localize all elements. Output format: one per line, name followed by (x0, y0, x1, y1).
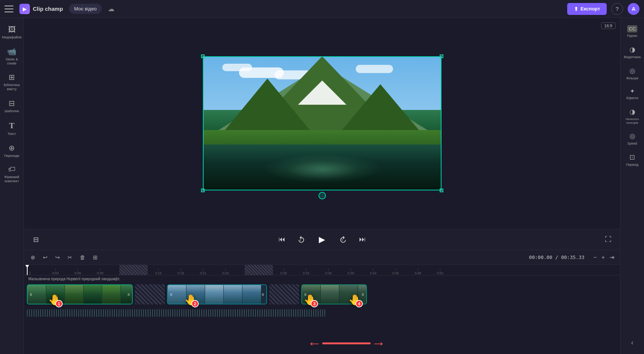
time-display: 00:00.00 / 00:35.33 (529, 255, 585, 260)
rotate-handle[interactable] (318, 192, 326, 199)
magnet-button[interactable]: ⊕ (28, 253, 38, 262)
color-grade-icon: ◑ (629, 108, 635, 116)
sidebar-item-record[interactable]: 📹 Запис & create (1, 44, 22, 69)
right-sidebar-filters-label: Фільтри (626, 76, 638, 80)
handle-bottom-right[interactable] (440, 189, 443, 192)
right-sidebar-item-filters[interactable]: ◎ Фільтри (622, 64, 643, 83)
app-title: Clip champ (33, 6, 63, 12)
aspect-ratio-badge[interactable]: 16:9 (601, 22, 616, 29)
sidebar-item-library[interactable]: ⊞ Бібліотека вмісту (1, 70, 22, 94)
clip-2[interactable]: ⏸ ⏸ (167, 284, 267, 304)
transitions-icon: ⊕ (9, 143, 15, 152)
export-button[interactable]: ⬆ Експорт (567, 3, 607, 15)
clip-1-end-marker: ⏸ (127, 293, 131, 297)
hamburger-menu[interactable] (4, 4, 13, 13)
sidebar-item-library-label: Бібліотека вмісту (3, 83, 21, 91)
subtitles-toggle-button[interactable]: ⊟ (30, 234, 42, 246)
effects-icon: ✦ (630, 88, 635, 95)
time-separator: / (555, 255, 561, 260)
video-preview (203, 56, 442, 190)
right-sidebar-item-color-balance[interactable]: ◑ Видатнана (622, 42, 643, 62)
clip-1[interactable]: ⏸ ⏸ (27, 284, 133, 304)
handle-top-left[interactable] (201, 54, 205, 58)
fit-zoom-button[interactable]: ⇥ (608, 252, 616, 262)
right-sidebar-item-effects[interactable]: ✦ Ефекти (622, 85, 643, 103)
add-clip-button[interactable]: ⊞ (91, 253, 100, 262)
sidebar-item-templates-label: Шаблони (4, 109, 19, 113)
right-sidebar-item-speed[interactable]: ◎ Speed (622, 129, 643, 149)
clip-1-start-marker: ⏸ (29, 293, 33, 297)
logo-icon: ▶ (19, 4, 30, 14)
sidebar-item-record-label: Запис & create (3, 57, 21, 66)
transition-icon: ⊡ (629, 153, 635, 161)
right-sidebar-color-balance-label: Видатнана (624, 55, 641, 59)
avatar[interactable]: A (628, 3, 640, 15)
undo-button[interactable]: ↩ (41, 253, 50, 262)
rewind-5s-button[interactable]: 5 (295, 234, 307, 246)
text-icon: T (9, 121, 15, 130)
clip-label: Мальовнича природа Норвегії природний ла… (24, 275, 173, 282)
audio-waveform (27, 309, 325, 317)
right-sidebar-item-subtitles[interactable]: CC Підпис (622, 22, 643, 41)
right-sidebar-speed-label: Speed (627, 142, 637, 146)
zoom-in-button[interactable]: + (600, 252, 606, 262)
timeline-area: ⊕ ↩ ↪ ✂ 🗑 ⊞ 00:00.00 / 00:35.33 − + ⇥ (24, 250, 620, 354)
templates-icon: ⊟ (9, 99, 15, 108)
sidebar-item-media-label: Медіафайли (2, 35, 21, 39)
right-sidebar-item-color-grade[interactable]: ◑ Натисніть кольорів (622, 105, 643, 127)
svg-text:5: 5 (342, 238, 343, 241)
topbar-right: ⬆ Експорт ? A (567, 3, 640, 15)
right-sidebar-item-transition[interactable]: ⊡ Перехід (622, 150, 643, 170)
preview-area: 16:9 (24, 18, 620, 229)
time-total: 00:35.33 (561, 255, 585, 260)
fullscreen-button[interactable]: ⛶ (602, 234, 614, 246)
play-pause-button[interactable]: ▶ (315, 232, 330, 247)
cursor-hand-4: 🤚 4 (348, 294, 361, 306)
svg-text:5: 5 (300, 238, 301, 241)
zoom-controls: − + ⇥ (592, 252, 616, 262)
handle-bottom-left[interactable] (201, 189, 205, 192)
zoom-out-button[interactable]: − (592, 252, 598, 262)
audio-track-row (24, 308, 620, 318)
sidebar-item-brand-label: Фірмовий комплект (3, 175, 21, 183)
handle-top-right[interactable] (440, 54, 443, 58)
help-button[interactable]: ? (611, 3, 623, 15)
clip-2-end-marker: ⏸ (261, 293, 265, 297)
sidebar-item-media[interactable]: 🖼 Медіафайли (1, 22, 22, 42)
main-area: 🖼 Медіафайли 📹 Запис & create ⊞ Бібліоте… (0, 18, 644, 354)
playhead[interactable] (27, 265, 28, 275)
redo-button[interactable]: ↪ (53, 253, 62, 262)
collapse-icon: ‹ (631, 339, 634, 347)
right-sidebar-effects-label: Ефекти (626, 96, 638, 100)
time-current: 00:00.00 (529, 255, 553, 260)
sidebar-item-text[interactable]: T Текст (1, 118, 22, 139)
video-canvas[interactable] (203, 56, 442, 190)
delete-button[interactable]: 🗑 (78, 253, 88, 262)
forward-5s-button[interactable]: 5 (337, 234, 349, 246)
cut-button[interactable]: ✂ (65, 253, 75, 262)
filters-icon: ◎ (629, 67, 635, 75)
cursor-hand-1: 🤚 1 (48, 294, 61, 306)
my-video-button[interactable]: Моє відео (69, 4, 102, 14)
gap-2 (269, 284, 299, 304)
logo-area: ▶ Clip champ (19, 4, 63, 14)
sidebar-item-transitions-label: Переходи (4, 154, 19, 158)
brand-icon: 🏷 (8, 165, 16, 174)
track-area: Мальовнича природа Норвегії природний ла… (24, 275, 620, 354)
topbar-left: ▶ Clip champ Моє відео ☁ (4, 4, 114, 14)
color-balance-icon: ◑ (629, 45, 635, 54)
sidebar-item-templates[interactable]: ⊟ Шаблони (1, 96, 22, 116)
library-icon: ⊞ (9, 73, 15, 82)
right-sidebar-collapse-button[interactable]: ‹ (622, 336, 643, 350)
right-sidebar-subtitles-label: Підпис (627, 34, 637, 38)
skip-to-start-button[interactable]: ⏮ (276, 234, 288, 246)
clip-2-start-marker: ⏸ (169, 293, 173, 297)
cc-icon: CC (627, 25, 637, 32)
cursor-hand-2: 🤚 2 (184, 294, 197, 306)
skip-to-end-button[interactable]: ⏭ (356, 234, 368, 246)
record-icon: 📹 (7, 47, 16, 56)
timeline-toolbar: ⊕ ↩ ↪ ✂ 🗑 ⊞ 00:00.00 / 00:35.33 − + ⇥ (24, 250, 620, 265)
sidebar-item-transitions[interactable]: ⊕ Переходи (1, 140, 22, 161)
timeline-ruler: 0:03 0:06 0:09 0:15 0:18 0:21 0:24 0:30 … (24, 265, 620, 275)
sidebar-item-brand[interactable]: 🏷 Фірмовий комплект (1, 162, 22, 186)
